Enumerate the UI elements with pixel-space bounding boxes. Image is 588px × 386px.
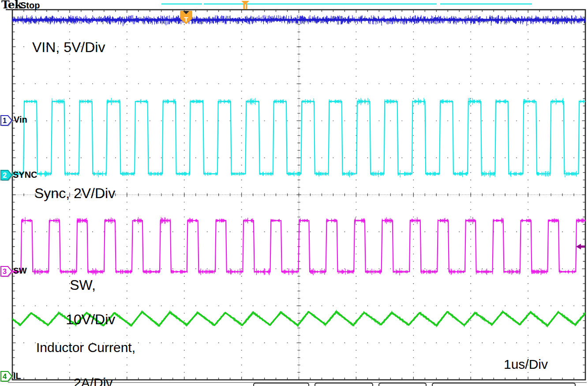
annotation-il-line2: 2A/Div [74, 375, 112, 386]
annotation-sw-line2: 10V/Div [66, 311, 115, 327]
channel-3-label: SW [13, 266, 27, 276]
channel-1-label: Vin [14, 115, 27, 125]
timebase-label: 1us/Div [504, 357, 548, 372]
annotation-sw: SW, 10V/Div [46, 277, 119, 328]
menu-box-outlines [254, 383, 575, 386]
annotation-il-line1: Inductor Current, [36, 340, 135, 355]
trigger-t-marker-icon: T [180, 11, 192, 24]
trace-sync-noise [0, 98, 588, 178]
annotation-sync: Sync, 2V/Div [34, 185, 115, 202]
channel-2-badge-digit: 2 [3, 171, 7, 179]
annotation-vin: VIN, 5V/Div [32, 39, 105, 56]
channel-1-badge-digit: 1 [3, 116, 7, 124]
channel-2-badge: 2 [1, 170, 13, 181]
channel-2-label: SYNC [13, 170, 37, 180]
annotation-sw-line1: SW, [70, 277, 96, 293]
tek-logo-underline [6, 9, 18, 10]
acquisition-status: Stop [20, 0, 40, 11]
annotation-inductor-current: Inductor Current, 2A/Div [19, 339, 153, 386]
trigger-level-arrow-icon [576, 244, 585, 250]
channel-3-badge-digit: 3 [3, 267, 7, 275]
channel-3-badge: 3 [1, 266, 13, 277]
channel-1-badge: 1 [1, 116, 13, 126]
trace-sw [0, 221, 588, 272]
oscilloscope-screen: T1234 Tek Stop Vin SYNC SW IL VIN, 5V/Di… [0, 0, 588, 386]
record-trigger-marker-icon [241, 1, 249, 9]
trigger-t-marker-label: T [184, 15, 188, 23]
channel-4-badge: 4 [1, 371, 13, 382]
trace-sync [0, 101, 588, 174]
channel-4-badge-digit: 4 [3, 372, 7, 380]
